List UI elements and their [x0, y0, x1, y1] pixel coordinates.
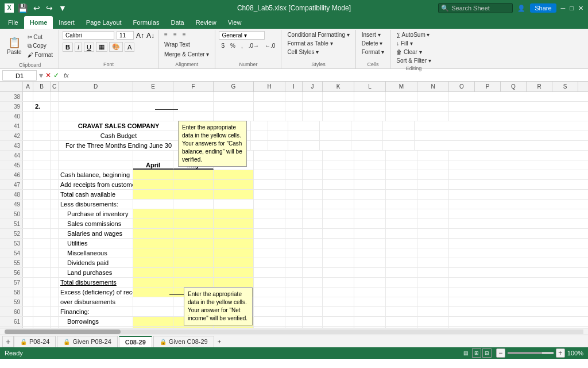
cell-i39[interactable]	[285, 102, 303, 111]
fill-color-button[interactable]: 🎨	[109, 42, 123, 52]
col-header-j[interactable]: J	[303, 82, 323, 91]
tab-given-c08-29[interactable]: 🔒 Given C08-29	[153, 336, 214, 347]
cell-k39[interactable]	[323, 102, 354, 111]
format-table-btn[interactable]: Format as Table ▾	[285, 40, 335, 47]
col-header-k[interactable]: K	[323, 82, 354, 91]
align-left-btn[interactable]: ≡	[162, 31, 170, 39]
cell-h38[interactable]	[254, 92, 285, 101]
cell-f46[interactable]	[173, 170, 214, 179]
cell-d39[interactable]	[59, 102, 133, 111]
page-layout-view-btn[interactable]: ⊞	[472, 348, 481, 358]
cell-e45[interactable]: April	[133, 160, 173, 170]
font-color-button[interactable]: A	[125, 43, 134, 52]
cell-l38[interactable]	[354, 92, 386, 101]
tab-view[interactable]: View	[222, 16, 247, 29]
cell-l39[interactable]	[354, 102, 386, 111]
cell-c39[interactable]	[51, 102, 59, 111]
cell-d50[interactable]: Purchase of inventory	[59, 209, 133, 218]
cell-g57[interactable]	[214, 278, 254, 287]
cell-d47[interactable]: Add receipts from customers	[59, 180, 133, 189]
cell-d57[interactable]: Total disbursements	[59, 278, 133, 287]
cell-b39[interactable]: 2.	[33, 102, 51, 111]
merge-center-btn[interactable]: Merge & Center ▾	[162, 51, 211, 58]
zoom-in-btn[interactable]: +	[556, 348, 565, 358]
italic-button[interactable]: I	[75, 43, 82, 52]
zoom-out-btn[interactable]: −	[496, 348, 505, 358]
cell-f52[interactable]	[173, 229, 214, 238]
cell-e54[interactable]	[133, 248, 173, 258]
conditional-formatting-btn[interactable]: Conditional Formatting ▾	[285, 31, 351, 39]
wrap-text-btn[interactable]: Wrap Text	[162, 41, 192, 48]
cell-d55[interactable]: Dividends paid	[59, 258, 133, 267]
cell-h39[interactable]	[254, 102, 285, 111]
cell-d38[interactable]	[59, 92, 133, 101]
cell-d60[interactable]: Financing:	[59, 307, 133, 316]
cell-f51[interactable]	[173, 219, 214, 228]
cell-d49[interactable]: Less disbursements:	[59, 200, 133, 209]
delete-btn[interactable]: Delete ▾	[359, 40, 385, 47]
col-header-i[interactable]: I	[285, 82, 303, 91]
col-header-e[interactable]: E	[133, 82, 173, 91]
cell-d51[interactable]: Sales commissions	[59, 219, 133, 228]
cell-e47[interactable]	[133, 180, 173, 189]
cell-g52[interactable]	[214, 229, 254, 238]
cell-e61[interactable]	[133, 317, 173, 326]
cell-f62[interactable]	[173, 327, 214, 328]
col-header-b[interactable]: B	[33, 82, 51, 91]
number-format-selector[interactable]: General ▾	[219, 31, 265, 40]
cell-e56[interactable]	[133, 268, 173, 277]
cell-c38[interactable]	[51, 92, 59, 101]
cell-e57[interactable]	[133, 278, 173, 287]
normal-view-btn[interactable]: ▤	[462, 348, 471, 358]
col-header-s[interactable]: S	[552, 82, 578, 91]
cell-f50[interactable]	[173, 209, 214, 218]
sort-filter-btn[interactable]: Sort & Filter ▾	[394, 57, 434, 64]
cell-g38[interactable]	[214, 92, 254, 101]
col-header-l[interactable]: L	[354, 82, 386, 91]
align-right-btn[interactable]: ≡	[180, 31, 188, 39]
name-box[interactable]: D1	[2, 70, 37, 80]
cell-styles-btn[interactable]: Cell Styles ▾	[285, 48, 321, 56]
cell-d46[interactable]: Cash balance, beginning	[59, 170, 133, 179]
cell-f47[interactable]	[173, 180, 214, 189]
clear-btn[interactable]: 🗑 Clear ▾	[394, 48, 424, 56]
cell-j39[interactable]	[303, 102, 323, 111]
tab-insert[interactable]: Insert	[53, 16, 80, 29]
col-header-t[interactable]: T	[578, 82, 588, 91]
cell-d56[interactable]: Land purchases	[59, 268, 133, 277]
cell-e38[interactable]	[133, 92, 173, 101]
border-button[interactable]: ▦	[96, 42, 107, 52]
tab-given-p08-24[interactable]: 🔒 Given P08-24	[57, 336, 117, 347]
add-sheet-button[interactable]: +	[2, 336, 14, 347]
cell-g51[interactable]	[214, 219, 254, 228]
cell-e58[interactable]	[133, 288, 173, 297]
col-header-r[interactable]: R	[527, 82, 552, 91]
format-btn[interactable]: Format ▾	[359, 48, 386, 56]
cell-a39[interactable]	[23, 102, 33, 111]
cell-f39[interactable]	[173, 102, 214, 111]
col-header-a[interactable]: A	[23, 82, 33, 91]
minimize-btn[interactable]: ─	[561, 5, 566, 12]
cell-e53[interactable]	[133, 239, 173, 248]
cell-d59[interactable]: over disbursements	[59, 297, 133, 306]
cell-e48[interactable]	[133, 190, 173, 199]
cell-f56[interactable]	[173, 268, 214, 277]
cell-g54[interactable]	[214, 248, 254, 258]
tab-file[interactable]: File	[2, 16, 24, 29]
cell-b38[interactable]	[33, 92, 51, 101]
save-quick-btn[interactable]: 💾	[16, 3, 29, 13]
col-header-q[interactable]: Q	[501, 82, 527, 91]
cell-d61[interactable]: Borrowings	[59, 317, 133, 326]
comma-btn[interactable]: ,	[239, 42, 245, 49]
cell-i38[interactable]	[285, 92, 303, 101]
tab-review[interactable]: Review	[190, 16, 222, 29]
col-header-n[interactable]: N	[417, 82, 449, 91]
cell-e52[interactable]	[133, 229, 173, 238]
cell-m39[interactable]	[386, 102, 417, 111]
cell-m38[interactable]	[386, 92, 417, 101]
cell-d58[interactable]: Excess (deficiency) of receipts	[59, 288, 133, 297]
cell-f54[interactable]	[173, 248, 214, 258]
redo-btn[interactable]: ↪	[44, 3, 55, 13]
cell-g48[interactable]	[214, 190, 254, 199]
currency-btn[interactable]: $	[219, 42, 227, 49]
